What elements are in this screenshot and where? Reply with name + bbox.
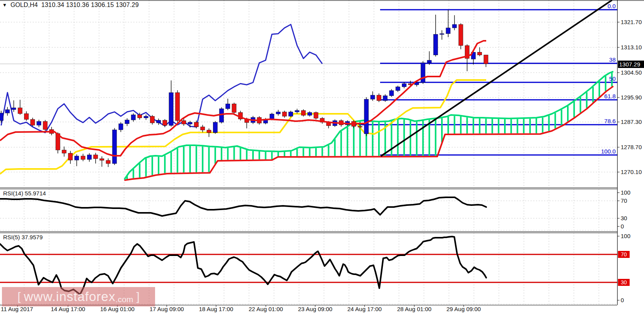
svg-text:1270.10: 1270.10 <box>621 169 642 175</box>
rsi5-indicator-label: RSI(5) 37.9579 <box>3 234 43 240</box>
rsi5-level-badge: 70 <box>618 251 630 258</box>
svg-text:11 Aug 2017: 11 Aug 2017 <box>1 306 33 312</box>
candle-bullish <box>289 112 293 116</box>
svg-text:1278.70: 1278.70 <box>621 144 642 150</box>
watermark-domain: www.instaforex <box>24 289 115 304</box>
candle-bearish <box>175 92 180 120</box>
candle-bullish <box>446 28 450 34</box>
candle-bullish <box>402 84 406 87</box>
candle-bearish <box>232 104 236 112</box>
candle-bullish <box>125 120 129 124</box>
candle-bullish <box>270 114 274 119</box>
svg-text:1313.10: 1313.10 <box>621 44 642 50</box>
svg-text:22 Aug 01:00: 22 Aug 01:00 <box>249 306 283 312</box>
svg-text:1304.50: 1304.50 <box>621 69 642 76</box>
watermark-close-bracket: ] <box>136 290 140 303</box>
candle-bullish <box>276 112 280 114</box>
instaforex-watermark: [ www.instaforex .com ] <box>2 287 155 306</box>
candle-bullish <box>112 130 117 164</box>
candle-bearish <box>106 160 110 164</box>
svg-text:1321.70: 1321.70 <box>621 19 642 25</box>
candle-bullish <box>295 110 299 112</box>
candle-bearish <box>150 116 154 123</box>
candle-bullish <box>5 110 10 113</box>
chart-canvas[interactable]: 0.0385061.878.6100.01321.701313.101304.5… <box>0 0 644 315</box>
svg-text:28 Aug 01:00: 28 Aug 01:00 <box>397 306 431 312</box>
candle-bullish <box>433 34 438 55</box>
candle-bearish <box>163 120 167 125</box>
candle-bearish <box>283 112 287 116</box>
candle-bullish <box>0 113 3 120</box>
candle-bearish <box>24 114 28 120</box>
candle-bearish <box>100 158 104 160</box>
svg-text:1287.30: 1287.30 <box>621 118 642 125</box>
candle-bearish <box>207 130 211 133</box>
candle-bullish <box>440 34 444 35</box>
candle-bullish <box>220 109 224 122</box>
svg-text:38: 38 <box>609 56 616 63</box>
candle-bearish <box>201 127 205 130</box>
candle-bearish <box>31 119 35 125</box>
candle-bullish <box>364 99 368 134</box>
svg-text:61.8: 61.8 <box>604 93 616 99</box>
candle-bearish <box>43 122 47 130</box>
svg-text:78.6: 78.6 <box>604 118 616 124</box>
candle-bearish <box>194 122 199 127</box>
svg-text:70: 70 <box>621 197 627 204</box>
candle-bullish <box>370 95 375 99</box>
svg-text:1295.90: 1295.90 <box>621 94 642 101</box>
candle-bullish <box>213 122 217 133</box>
candle-bullish <box>452 24 457 28</box>
candle-bearish <box>68 153 73 160</box>
candle-bullish <box>75 156 79 160</box>
svg-text:100.0: 100.0 <box>601 148 616 155</box>
candle-bullish <box>427 60 431 63</box>
candle-bearish <box>484 55 488 64</box>
svg-text:18 Aug 17:00: 18 Aug 17:00 <box>199 306 233 312</box>
candle-bearish <box>94 155 98 159</box>
watermark-tld: .com <box>115 295 133 306</box>
candle-bullish <box>421 63 425 83</box>
svg-text:23 Aug 09:00: 23 Aug 09:00 <box>298 306 332 312</box>
candle-bearish <box>314 113 318 118</box>
candle-bearish <box>459 24 463 45</box>
candle-bullish <box>87 155 91 160</box>
candle-bearish <box>182 120 186 124</box>
candle-bullish <box>383 96 387 101</box>
candle-bearish <box>358 126 362 127</box>
candle-bullish <box>188 122 192 124</box>
svg-text:100: 100 <box>621 189 630 196</box>
svg-text:0: 0 <box>621 297 624 303</box>
symbol-timeframe-label: GOLD,H4 <box>10 2 38 9</box>
rsi14-indicator-label: RSI(14) 55.9714 <box>3 190 46 197</box>
candle-bullish <box>169 92 173 125</box>
ohlc-values-label: 1310.34 1310.36 1306.15 1307.29 <box>41 2 139 9</box>
candle-bearish <box>478 52 482 55</box>
svg-text:16 Aug 01:00: 16 Aug 01:00 <box>100 306 134 312</box>
candle-bullish <box>37 122 41 125</box>
svg-text:0: 0 <box>621 223 624 230</box>
candle-bearish <box>81 156 85 160</box>
trading-chart-window: 0.0385061.878.6100.01321.701313.101304.5… <box>0 0 644 315</box>
candle-bearish <box>377 95 381 101</box>
candle-bearish <box>62 150 66 153</box>
current-price-badge: 1307.29 <box>618 61 644 68</box>
svg-text:50: 50 <box>609 75 616 82</box>
chevron-down-icon[interactable]: ▼ <box>2 2 7 8</box>
rsi5-level-badge: 30 <box>618 279 630 286</box>
svg-text:17 Aug 09:00: 17 Aug 09:00 <box>150 306 184 312</box>
candle-bearish <box>138 115 142 118</box>
svg-text:100: 100 <box>621 233 630 239</box>
svg-text:0.0: 0.0 <box>607 3 616 9</box>
candle-bullish <box>307 113 312 115</box>
chart-title-bar: ▼ GOLD,H4 1310.34 1310.36 1306.15 1307.2… <box>2 2 139 9</box>
candle-bearish <box>301 110 305 115</box>
svg-text:24 Aug 17:00: 24 Aug 17:00 <box>347 306 382 312</box>
svg-text:30: 30 <box>621 215 627 221</box>
candle-bullish <box>389 90 394 96</box>
candle-bullish <box>226 104 230 109</box>
candle-bullish <box>144 116 148 118</box>
candle-bullish <box>396 87 400 90</box>
candle-bullish <box>131 115 136 120</box>
candle-bearish <box>18 108 22 114</box>
